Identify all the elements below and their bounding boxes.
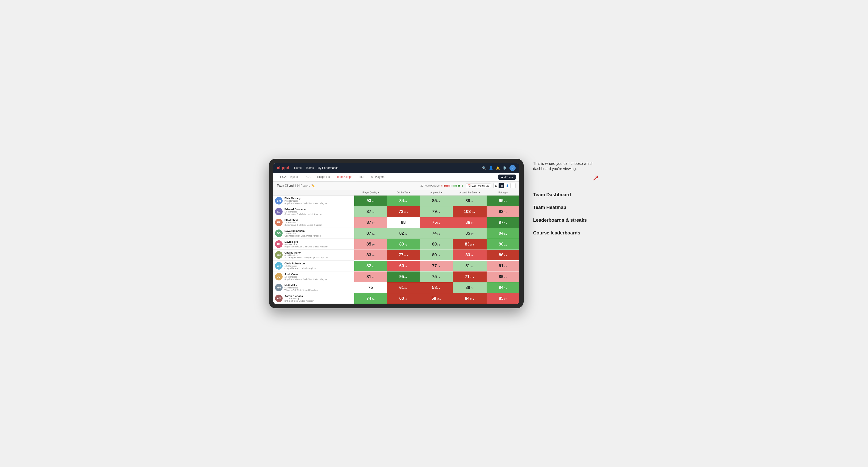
score-cell: 959▲ [487,195,519,206]
avatar: AN [275,294,283,302]
avatar: DB [275,229,283,237]
score-change: 7▲ [404,244,408,246]
player-cell: ANAaron Nicholls11-15 HandicapDrift Golf… [273,293,354,304]
table-row[interactable]: CRChris Robertson1-5 HandicapCraigmillar… [273,261,519,272]
score-change: 8▲ [404,276,408,279]
score-value: 82 [367,263,371,268]
annotation-text: This is where you can choose which dashb… [533,161,599,172]
table-row[interactable]: DFDavid FordPlus HandicapRoyal North Dev… [273,239,519,250]
view-person-button[interactable]: 👤 [505,183,510,188]
score-value: 88 [465,285,470,290]
score-change: 2▼ [470,287,474,289]
avatar[interactable]: U [509,165,516,171]
player-handicap: Plus Handicap [284,243,352,246]
user-icon[interactable]: 👤 [489,166,493,170]
player-name[interactable]: Chris Robertson [284,262,352,265]
col-putting[interactable]: Putting ▾ [487,190,519,195]
score-change: 3▼ [470,233,474,235]
player-cell: JCJosh Coles1-5 HandicapRoyal North Devo… [273,272,354,282]
score-cell: 934▲ [354,195,387,206]
option-course-leaderboards[interactable]: Course leaderboards [533,230,599,236]
table-row[interactable]: ECEdward Crossman1-5 HandicapSunningdale… [273,206,519,217]
score-change: 11▼ [404,211,408,214]
score-value: 83 [465,253,470,257]
view-icons: ⊞ ▦ 👤 ↓ [493,183,516,188]
tab-pgat-players[interactable]: PGAT Players [277,173,301,181]
option-team-heatmap[interactable]: Team Heatmap [533,204,599,210]
tab-all-players[interactable]: All Players [368,173,388,181]
score-value: 79 [432,209,437,214]
score-change: 10▼ [470,244,474,246]
nav-home[interactable]: Home [294,165,302,170]
sub-nav-tabs: PGAT Players PGA Hcaps 1-5 Team Clippd T… [277,173,388,181]
score-change: 1▲ [437,254,441,257]
score-cell: 7311▼ [387,206,420,217]
score-cell: 868▼ [487,250,519,261]
score-cell: 7714▼ [387,250,420,261]
col-approach[interactable]: Approach ▾ [420,190,453,195]
player-name[interactable]: Elliot Ebert [284,219,352,221]
score-cell: 897▲ [387,239,420,250]
heat-bar [444,185,460,187]
score-value: 84 [399,198,404,203]
score-cell: 10315▲ [453,206,487,217]
player-name[interactable]: Edward Crossman [284,208,352,211]
player-name[interactable]: Dave Billingham [284,229,352,232]
logo: clippd [277,166,289,170]
player-handicap: 1-5 Handicap [284,265,352,267]
view-heatmap-button[interactable]: ▦ [499,183,504,188]
player-name[interactable]: Blair McHarg [284,197,352,200]
avatar: EE [275,219,283,226]
score-value: 80 [432,242,437,247]
table-row[interactable]: ANAaron Nicholls11-15 HandicapDrift Golf… [273,293,519,304]
last-rounds-button[interactable]: 📅 Last Rounds: 20 [466,184,491,188]
player-name[interactable]: Aaron Nicholls [284,294,352,298]
col-around-green[interactable]: Around the Green ▾ [453,190,487,195]
player-name[interactable]: Josh Coles [284,273,352,276]
score-value: 88 [465,198,470,203]
view-download-button[interactable]: ↓ [510,183,516,188]
tab-pga[interactable]: PGA [301,173,314,181]
table-row[interactable]: DBDave Billingham1-5 HandicapGog Magog G… [273,228,519,239]
table-row[interactable]: CQCharlie Quick6-10 HandicapSt. George's… [273,250,519,261]
score-change: 3▼ [372,222,375,224]
tab-team-clippd[interactable]: Team Clippd [333,173,356,181]
score-change: 10▲ [437,298,441,300]
table-row[interactable]: BMBlair McHargPlus HandicapRoyal North D… [273,195,519,206]
player-name[interactable]: Matt Miller [284,284,352,286]
player-handicap: 1-5 Handicap [284,232,352,235]
bell-icon[interactable]: 🔔 [496,166,500,170]
score-change: 14▼ [404,254,408,257]
score-cell: 8421▲ [453,293,487,304]
score-value: 89 [399,242,404,247]
table-row[interactable]: EEElliot Ebert1-5 HandicapSunningdale Go… [273,217,519,228]
table-row[interactable]: MMMatt Miller6-10 HandicapWoburn Golf Cl… [273,282,519,293]
settings-icon[interactable]: ⚙️ [503,166,507,170]
nav-my-performance[interactable]: My Performance [317,165,338,170]
score-cell: 943▲ [487,282,519,293]
col-off-tee[interactable]: Off the Tee ▾ [387,190,420,195]
search-icon[interactable]: 🔍 [482,166,486,170]
score-cell: 836▼ [453,250,487,261]
score-change: 6▲ [404,200,408,203]
avatar: CQ [275,251,283,259]
add-team-button[interactable]: Add Team [498,175,516,180]
tablet-frame: clippd Home Teams My Performance 🔍 👤 🔔 ⚙… [269,159,524,308]
tab-tour[interactable]: Tour [356,173,368,181]
team-controls: 20 Round Change -5 +5 [420,183,516,188]
score-change: 8▲ [372,298,375,300]
nav-teams[interactable]: Teams [305,165,314,170]
avatar: JC [275,273,283,280]
player-info: David FordPlus HandicapRoyal North Devon… [284,240,352,248]
option-team-dashboard[interactable]: Team Dashboard [533,191,599,198]
player-cell: DFDavid FordPlus HandicapRoyal North Dev… [273,239,354,250]
edit-icon[interactable]: ✏️ [311,184,315,187]
score-change: 4▲ [470,266,474,268]
col-player-quality[interactable]: Player Quality ▾ [354,190,387,195]
view-grid-button[interactable]: ⊞ [493,183,499,188]
player-name[interactable]: Charlie Quick [284,251,352,254]
table-row[interactable]: JCJosh Coles1-5 HandicapRoyal North Devo… [273,272,519,282]
player-name[interactable]: David Ford [284,240,352,243]
tab-hcaps[interactable]: Hcaps 1-5 [314,173,333,181]
option-leaderboards[interactable]: Leaderboards & streaks [533,217,599,223]
